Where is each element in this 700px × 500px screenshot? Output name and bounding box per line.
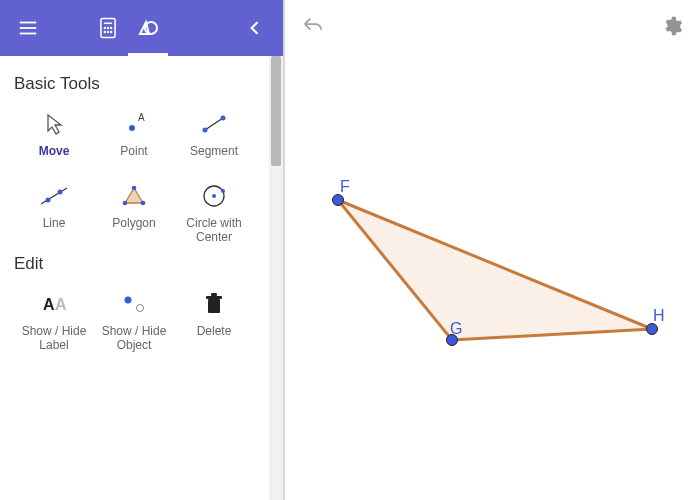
svg-point-19 — [58, 190, 63, 195]
tool-move[interactable]: Move — [14, 104, 94, 176]
svg-point-10 — [111, 31, 112, 32]
segment-icon — [200, 110, 228, 138]
shapes-icon — [136, 15, 160, 39]
svg-point-29 — [125, 297, 132, 304]
tool-label: Show / Hide Label — [16, 324, 92, 353]
tool-show-hide-label[interactable]: AA Show / Hide Label — [14, 284, 94, 356]
triangle-fgh[interactable] — [338, 200, 652, 340]
tool-label: Show / Hide Object — [96, 324, 172, 353]
chevron-left-icon — [245, 18, 265, 38]
tool-label: Move — [39, 144, 70, 158]
calculator-icon — [98, 17, 118, 39]
scroll-thumb[interactable] — [271, 56, 281, 166]
svg-point-7 — [111, 28, 112, 29]
svg-text:A: A — [55, 296, 67, 313]
svg-text:A: A — [138, 113, 145, 123]
point-label-h: H — [653, 307, 665, 325]
edit-tools-grid: AA Show / Hide Label Show / Hide Object — [14, 284, 259, 356]
point-f[interactable] — [333, 195, 344, 206]
svg-point-22 — [141, 201, 146, 206]
svg-point-9 — [108, 31, 109, 32]
circle-icon — [200, 182, 228, 210]
tool-label: Segment — [190, 144, 238, 158]
svg-line-14 — [205, 118, 223, 130]
basic-tools-grid: Move A Point Segment — [14, 104, 259, 248]
tool-label: Circle with Center — [176, 216, 252, 245]
tool-label: Delete — [197, 324, 232, 338]
show-hide-object-icon — [120, 290, 148, 318]
svg-point-26 — [221, 189, 225, 193]
geometry-canvas[interactable] — [285, 0, 700, 500]
canvas-area[interactable]: FGH — [285, 0, 700, 500]
tool-line[interactable]: Line — [14, 176, 94, 248]
svg-rect-32 — [206, 296, 222, 299]
tool-polygon[interactable]: Polygon — [94, 176, 174, 248]
point-h[interactable] — [647, 324, 658, 335]
polygon-icon — [120, 182, 148, 210]
svg-point-25 — [212, 194, 216, 198]
svg-point-13 — [129, 125, 135, 131]
panel-scrollbar[interactable] — [269, 56, 283, 500]
svg-point-18 — [46, 198, 51, 203]
svg-point-21 — [132, 186, 137, 191]
svg-point-8 — [104, 31, 105, 32]
svg-point-16 — [221, 116, 226, 121]
point-label-f: F — [340, 178, 350, 196]
svg-rect-33 — [211, 293, 217, 296]
tool-label: Point — [120, 144, 147, 158]
point-icon: A — [120, 110, 148, 138]
delete-icon — [200, 290, 228, 318]
tools-panel: Basic Tools Move A Point — [0, 56, 269, 500]
tool-label: Polygon — [112, 216, 155, 230]
tool-label: Line — [43, 216, 66, 230]
svg-point-6 — [108, 28, 109, 29]
section-basic-title: Basic Tools — [14, 74, 259, 94]
collapse-panel-button[interactable] — [235, 8, 275, 48]
svg-line-17 — [41, 188, 67, 204]
shapes-button[interactable] — [128, 0, 168, 56]
tool-circle[interactable]: Circle with Center — [174, 176, 254, 248]
line-icon — [40, 182, 68, 210]
menu-button[interactable] — [8, 8, 48, 48]
svg-point-5 — [104, 28, 105, 29]
calculator-button[interactable] — [88, 8, 128, 48]
tool-point[interactable]: A Point — [94, 104, 174, 176]
svg-text:A: A — [43, 296, 55, 313]
svg-rect-31 — [208, 299, 220, 313]
tool-segment[interactable]: Segment — [174, 104, 254, 176]
point-label-g: G — [450, 320, 462, 338]
svg-point-15 — [203, 128, 208, 133]
tool-delete[interactable]: Delete — [174, 284, 254, 356]
svg-point-30 — [137, 305, 144, 312]
move-icon — [40, 110, 68, 138]
app-header — [0, 0, 283, 56]
menu-icon — [17, 17, 39, 39]
svg-point-23 — [123, 201, 128, 206]
tool-show-hide-object[interactable]: Show / Hide Object — [94, 284, 174, 356]
show-hide-label-icon: AA — [40, 290, 68, 318]
section-edit-title: Edit — [14, 254, 259, 274]
